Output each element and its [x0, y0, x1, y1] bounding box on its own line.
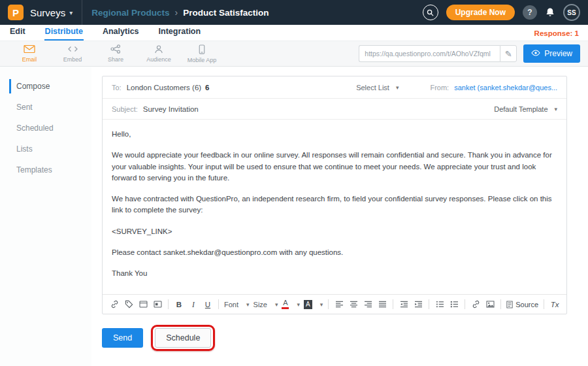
help-button[interactable]: ? [523, 5, 537, 20]
bold-button[interactable]: B [174, 298, 184, 311]
text-color-button[interactable]: A ▾ [282, 299, 300, 309]
to-recipient-list[interactable]: London Customers (6) [127, 84, 201, 92]
from-label: From: [430, 84, 449, 92]
italic-button[interactable]: I [188, 298, 199, 311]
questionpro-logo[interactable]: P [8, 5, 24, 20]
chevron-down-icon: ▾ [320, 301, 323, 308]
toolbar-separator [328, 299, 329, 309]
from-sender-link[interactable]: sanket (sanket.shekdar@ques... [454, 84, 557, 92]
channel-audience[interactable]: Audience [137, 44, 180, 63]
clear-formatting-button[interactable]: Tx [549, 298, 560, 311]
user-avatar[interactable]: SS [563, 4, 580, 21]
email-icon [24, 44, 35, 55]
template-card-icon[interactable] [138, 298, 148, 311]
merge-tag-icon[interactable] [123, 298, 134, 311]
email-body-editor[interactable]: Hello, We would appreciate your feedback… [103, 120, 566, 294]
schedule-annotation-highlight: Schedule [151, 325, 215, 351]
recipient-count-badge: 6 [205, 84, 209, 92]
select-list-label: Select List [356, 84, 389, 92]
underline-button[interactable]: U [203, 298, 213, 311]
body-paragraph: Thank You [112, 268, 557, 279]
breadcrumb: Regional Products › Product Satisfaction [91, 7, 269, 18]
align-left-icon[interactable] [334, 298, 344, 311]
template-dropdown[interactable]: Default Template ▾ [494, 105, 557, 113]
survey-url-group: ✎ [359, 45, 517, 62]
channel-share[interactable]: Share [94, 44, 137, 63]
product-label: Surveys [30, 7, 65, 18]
rich-text-toolbar: B I U Font ▾ Size ▾ A ▾ A ▾ [103, 294, 566, 314]
toolbar-separator [393, 299, 393, 309]
background-color-button[interactable]: A ▾ [304, 300, 323, 309]
source-button[interactable]: Source [506, 298, 538, 311]
breadcrumb-separator-icon: › [174, 7, 178, 18]
toolbar-separator [544, 299, 544, 309]
channel-embed[interactable]: Embed [51, 44, 94, 63]
top-header: P Surveys ▾ Regional Products › Product … [0, 0, 588, 25]
align-center-icon[interactable] [348, 298, 359, 311]
template-label: Default Template [494, 105, 547, 113]
eye-icon [531, 49, 540, 58]
subject-input[interactable]: Survey Invitation [143, 105, 199, 113]
upgrade-now-button[interactable]: Upgrade Now [446, 5, 515, 20]
chevron-down-icon: ▾ [555, 106, 558, 112]
tab-edit[interactable]: Edit [9, 25, 26, 41]
sidebar-item-lists[interactable]: Lists [0, 139, 91, 159]
align-right-icon[interactable] [363, 298, 373, 311]
background-color-label: A [304, 300, 312, 309]
subject-label: Subject: [112, 105, 138, 113]
survey-url-input[interactable] [359, 45, 500, 62]
chevron-down-icon: ▾ [275, 301, 278, 308]
preview-label: Preview [544, 49, 572, 58]
preview-button[interactable]: Preview [523, 44, 580, 63]
product-switcher[interactable]: Surveys ▾ [30, 7, 73, 18]
outdent-icon[interactable] [399, 298, 409, 311]
chevron-down-icon: ▾ [396, 84, 399, 91]
sidebar-item-templates[interactable]: Templates [0, 159, 91, 180]
text-color-label: A [283, 299, 287, 307]
channel-mobile-app[interactable]: Mobile App [180, 44, 223, 63]
toolbar-separator [500, 299, 501, 309]
notifications-bell-icon[interactable] [545, 7, 555, 18]
tab-integration[interactable]: Integration [158, 25, 202, 41]
numbered-list-icon[interactable] [449, 298, 459, 311]
share-icon [110, 44, 121, 55]
unsubscribe-block-icon[interactable] [152, 298, 163, 311]
from-group: From: sanket (sanket.shekdar@ques... [430, 84, 557, 92]
font-dropdown-label: Font [224, 301, 238, 308]
response-count[interactable]: Response: 1 [534, 29, 579, 41]
bulleted-list-icon[interactable] [434, 298, 445, 311]
sidebar-item-scheduled[interactable]: Scheduled [0, 118, 91, 139]
channel-label: Audience [146, 56, 171, 63]
toolbar-separator [465, 299, 465, 309]
toolbar-separator [429, 299, 429, 309]
compose-main: To: London Customers (6) 6 Select List ▾… [91, 67, 588, 366]
hyperlink-icon[interactable] [470, 298, 481, 311]
font-family-dropdown[interactable]: Font ▾ [224, 301, 250, 308]
body-paragraph: We have contracted with QuestionPro, an … [112, 193, 557, 216]
body-paragraph: We would appreciate your feedback in our… [112, 150, 557, 184]
insert-image-icon[interactable] [485, 298, 495, 311]
align-justify-icon[interactable] [377, 298, 387, 311]
select-list-dropdown[interactable]: Select List ▾ [356, 84, 399, 92]
channel-email[interactable]: Email [8, 44, 51, 63]
logo-letter: P [12, 7, 19, 18]
email-sidebar: Compose Sent Scheduled Lists Templates [0, 67, 91, 366]
header-actions: Upgrade Now ? SS [423, 4, 580, 21]
breadcrumb-parent[interactable]: Regional Products [91, 8, 169, 18]
edit-url-pencil-icon[interactable]: ✎ [500, 45, 517, 62]
font-size-dropdown[interactable]: Size ▾ [253, 301, 278, 308]
tab-analytics[interactable]: Analytics [102, 25, 140, 41]
mobile-phone-icon [199, 44, 205, 56]
body-paragraph: <SURVEY_LINK> [112, 226, 557, 237]
channel-label: Embed [63, 56, 82, 63]
sidebar-item-compose[interactable]: Compose [0, 76, 91, 97]
sidebar-item-sent[interactable]: Sent [0, 97, 91, 118]
schedule-button[interactable]: Schedule [155, 328, 211, 348]
send-button[interactable]: Send [102, 328, 143, 348]
tab-distribute[interactable]: Distribute [44, 25, 84, 41]
indent-icon[interactable] [413, 298, 423, 311]
search-icon[interactable] [423, 5, 438, 20]
embed-code-icon [67, 44, 78, 55]
subject-row: Subject: Survey Invitation Default Templ… [103, 99, 566, 120]
insert-link-icon[interactable] [109, 298, 120, 311]
